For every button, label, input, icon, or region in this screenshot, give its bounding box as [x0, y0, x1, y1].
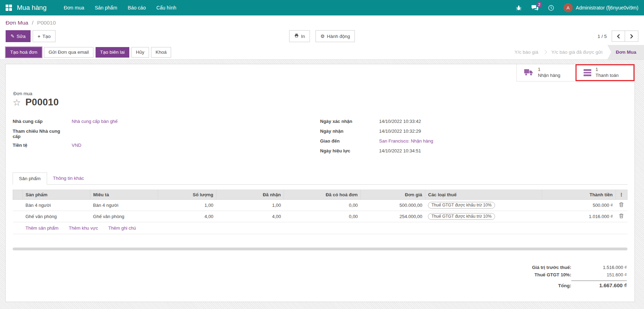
- breadcrumb-parent[interactable]: Đơn Mua: [6, 20, 28, 26]
- field-currency: Tiền tệ VND: [13, 141, 299, 151]
- cell-received[interactable]: 4,00: [216, 211, 284, 222]
- apps-menu-icon[interactable]: [6, 5, 12, 11]
- plus-icon: +: [38, 34, 40, 39]
- nav-menu-bao-cao[interactable]: Báo cáo: [123, 0, 151, 15]
- cell-description[interactable]: Ghế văn phòng: [90, 211, 158, 222]
- pager-next-button[interactable]: [625, 31, 638, 42]
- user-menu[interactable]: A Administrator (fj6nyue0vi9m): [564, 3, 638, 12]
- add-note-link[interactable]: Thêm ghi chú: [108, 225, 136, 231]
- currency-link[interactable]: VND: [72, 143, 299, 149]
- lock-button[interactable]: Khoá: [151, 47, 171, 58]
- col-subtotal[interactable]: Thành tiền: [542, 190, 616, 200]
- field-effective-date: Ngày hiệu lực 14/10/2022 10:34:51: [320, 146, 606, 156]
- tax-pill[interactable]: Thuế GTGT được khấu trừ 10%: [428, 202, 495, 209]
- field-receipt-date: Ngày nhận 14/10/2022 10:32:29: [320, 127, 606, 137]
- table-footer-links-row: Thêm sản phẩm Thêm khu vực Thêm ghi chú: [13, 222, 627, 234]
- table-row[interactable]: Bàn 4 người Bàn 4 người 1,00 1,00 0,00 5…: [13, 200, 627, 211]
- deliver-to-link[interactable]: San Francisco: Nhận hàng: [379, 138, 606, 145]
- send-by-email-button[interactable]: Gửi Đơn qua email: [44, 47, 93, 58]
- cell-product[interactable]: Ghế văn phòng: [22, 211, 90, 222]
- horizontal-scrollbar[interactable]: [13, 248, 627, 250]
- col-received[interactable]: Đã nhận: [216, 190, 284, 200]
- status-step-rfq-sent[interactable]: Y/c báo giá đã được gửi: [546, 45, 607, 59]
- create-button[interactable]: + Tạo: [33, 30, 56, 42]
- control-panel: Đơn Mua / P00010 ✎ Sửa + Tạo In ⚙ Hành đ…: [0, 15, 644, 60]
- list-icon: [584, 69, 591, 76]
- col-unit-price[interactable]: Đơn giá: [360, 190, 425, 200]
- add-product-link[interactable]: Thêm sản phẩm: [25, 225, 58, 231]
- col-taxes[interactable]: Các loại thuế: [425, 190, 542, 200]
- pencil-icon: ✎: [11, 33, 14, 39]
- nav-menu-san-pham[interactable]: Sản phẩm: [90, 0, 123, 15]
- cell-unit-price[interactable]: 254.000,00: [360, 211, 425, 222]
- delete-row-trash-icon[interactable]: [616, 200, 627, 211]
- activities-clock-icon[interactable]: [547, 4, 555, 12]
- action-button[interactable]: ⚙ Hành động: [316, 30, 355, 42]
- payments-smart-button[interactable]: 1 Thanh toán: [575, 64, 635, 81]
- form-sheet: 1 Nhận hàng 1 Thanh toán Đơn mua ☆ P0001…: [5, 64, 635, 302]
- status-step-rfq[interactable]: Y/c báo giá: [510, 45, 544, 59]
- cell-billed[interactable]: 0,00: [284, 211, 361, 222]
- messages-icon[interactable]: 2: [531, 4, 539, 12]
- messages-count-badge: 2: [536, 2, 542, 7]
- step-chevron-icon: [543, 45, 546, 59]
- top-navbar: Mua hàng Đơn mua Sản phẩm Báo cáo Cấu hì…: [0, 0, 644, 15]
- cell-product[interactable]: Bàn 4 người: [22, 200, 90, 211]
- vendor-link[interactable]: Nhà cung cấp bàn ghế: [72, 119, 299, 125]
- cancel-button[interactable]: Hủy: [131, 47, 149, 58]
- col-description[interactable]: Miêu tả: [90, 190, 158, 200]
- cell-quantity[interactable]: 1,00: [158, 200, 216, 211]
- add-section-link[interactable]: Thêm khu vực: [69, 225, 98, 231]
- cell-received[interactable]: 1,00: [216, 200, 284, 211]
- debug-bug-icon[interactable]: [515, 4, 523, 12]
- table-row[interactable]: Ghế văn phòng Ghế văn phòng 4,00 4,00 0,…: [13, 211, 627, 222]
- cell-unit-price[interactable]: 500.000,00: [360, 200, 425, 211]
- truck-icon: [524, 68, 534, 77]
- payments-count: 1: [596, 67, 619, 73]
- tax-pill[interactable]: Thuế GTGT được khấu trừ 10%: [428, 213, 495, 220]
- col-billed[interactable]: Đã có hoá đơn: [284, 190, 361, 200]
- cell-quantity[interactable]: 4,00: [158, 211, 216, 222]
- create-receipt-button[interactable]: Tạo biên lai: [96, 47, 129, 58]
- field-group: Nhà cung cấp Nhà cung cấp bàn ghế Tham c…: [13, 117, 627, 156]
- total-amount-value: 1.667.600 ₫: [571, 281, 627, 288]
- cell-billed[interactable]: 0,00: [284, 200, 361, 211]
- field-confirmation-date: Ngày xác nhận 14/10/2022 10:33:42: [320, 117, 606, 127]
- breadcrumb: Đơn Mua / P00010: [0, 15, 644, 29]
- cell-description[interactable]: Bàn 4 người: [90, 200, 158, 211]
- delete-row-trash-icon[interactable]: [616, 211, 627, 222]
- receipts-label: Nhận hàng: [538, 73, 560, 79]
- order-lines-table: Sản phẩm Miêu tả Số lượng Đã nhận Đã có …: [13, 190, 627, 234]
- field-vendor: Nhà cung cấp Nhà cung cấp bàn ghế: [13, 117, 299, 127]
- tax-amount-value: 151.600 ₫: [571, 272, 627, 277]
- total-amount-row: Tổng: 1.667.600 ₫: [558, 280, 627, 289]
- status-step-purchase-order[interactable]: Đơn Mua: [607, 45, 644, 59]
- document-name: P00010: [25, 97, 59, 108]
- smart-button-box: 1 Nhận hàng 1 Thanh toán: [516, 64, 635, 81]
- pager-previous-button[interactable]: [612, 31, 625, 42]
- user-name: Administrator (fj6nyue0vi9m): [576, 5, 638, 11]
- tax-amount-row: Thuế GTGT 10%: 151.600 ₫: [534, 271, 627, 278]
- print-button[interactable]: In: [289, 30, 310, 42]
- receipts-count: 1: [538, 67, 560, 73]
- statusbar: Tạo hoá đơn Gửi Đơn qua email Tạo biên l…: [0, 45, 644, 60]
- receipts-smart-button[interactable]: 1 Nhận hàng: [516, 64, 575, 81]
- content-area: 1 Nhận hàng 1 Thanh toán Đơn mua ☆ P0001…: [0, 60, 644, 309]
- col-quantity[interactable]: Số lượng: [158, 190, 216, 200]
- favorite-star-icon[interactable]: ☆: [13, 98, 21, 107]
- nav-menu-cau-hinh[interactable]: Cấu hình: [151, 0, 182, 15]
- nav-menu-don-mua[interactable]: Đơn mua: [59, 0, 90, 15]
- create-bill-button[interactable]: Tạo hoá đơn: [6, 47, 42, 58]
- app-title[interactable]: Mua hàng: [17, 4, 47, 12]
- gear-icon: ⚙: [320, 33, 325, 39]
- col-product[interactable]: Sản phẩm: [22, 190, 90, 200]
- edit-button[interactable]: ✎ Sửa: [6, 30, 31, 42]
- tab-products[interactable]: Sản phẩm: [13, 172, 47, 185]
- field-vendor-reference: Tham chiếu Nhà cung cấp: [13, 127, 299, 141]
- document-type-label: Đơn mua: [13, 91, 627, 96]
- avatar: A: [564, 3, 573, 12]
- untaxed-amount-row: Giá trị trước thuế: 1.516.000 ₫: [532, 264, 627, 271]
- cell-subtotal: 1.016.000 ₫: [542, 211, 616, 222]
- tab-other-info[interactable]: Thông tin khác: [47, 172, 90, 184]
- optional-columns-dots-icon[interactable]: ⋮: [616, 190, 627, 200]
